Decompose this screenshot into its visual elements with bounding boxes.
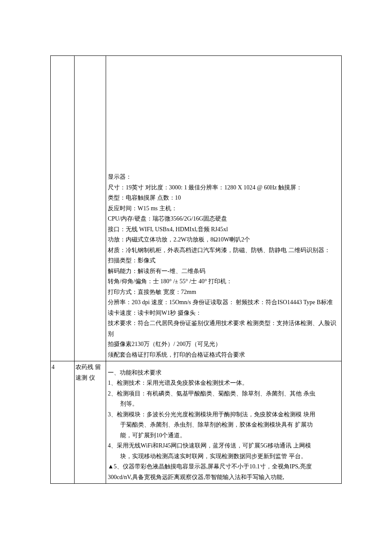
spec-line: 拍摄像素2130万（红外）/ 200万（可见光） [108,339,340,350]
cell-no: 4 [51,361,75,484]
spec-line: 解码能力：解读所有一-维、二维条码 [108,266,340,277]
cell-name: 农药残 留速测 仪 [75,361,106,484]
spec-line: 扫描类型：影像式 [108,256,340,266]
page: 显示器： 尺寸：19英寸 对比度：3000: 1 最佳分辨率：1280 X 10… [0,0,392,555]
cell-no [51,56,75,361]
list-item: 于菊酯类、杀菌剂、杀虫剂、除草剂的检测，胶体金检测模块具有 扩展功 [108,420,340,430]
cell-desc: 显示器： 尺寸：19英寸 对比度：3000: 1 最佳分辨率：1280 X 10… [106,56,342,361]
spec-line: 打印方式：直接热敏 宽度：72mm [108,287,340,298]
spec-line: 接口：无线 WIFI, USBx4, HDMIxl,音频 RJ45xl [108,224,340,235]
list-item: 1、检测技术：采用光谱及免疫胶体金检测技术一体。 [108,378,340,389]
table-row: 显示器： 尺寸：19英寸 对比度：3000: 1 最佳分辨率：1280 X 10… [51,56,342,361]
spec-line: 须配套合格证打印系统，打印的合格证格式符合要求 [108,350,340,360]
list-item: 300cd/nV,具备宽视角远距离观察仪器,带智能输入法和手写输入功能, [108,472,340,483]
list-item: 4、采用无线WiFi和RJ45网口快速联网，蓝牙传送，可扩展5G移动通讯 上网模 [108,441,340,451]
list-item: 能，可扩展到10个通道。 [108,430,340,441]
list-item: 块，实现移动检测高速实时联网，实现检测数据同步更新到监管 平台。 [108,451,340,462]
list-item: ▲5、仪器带彩色液晶触摸电容显示器,屏幕尺寸不小于10.1寸，全视角IPS,亮度 [108,462,340,472]
spec-line: 技术要求：符合二代居民身份证鉴别仪通用技术要求 检测类型：支持活体检测、人脸识别 [108,318,340,339]
spec-line: 转角/仰角/偏角：士 180° /± 55° /士 40° 打印机： [108,276,340,287]
spec-line: 类型：电容触摸屏 点数：10 [108,193,340,203]
table-row: 4 农药残 留速测 仪 一、功能和技术要求 1、检测技术：采用光谱及免疫胶体金检… [51,361,342,484]
cell-desc: 一、功能和技术要求 1、检测技术：采用光谱及免疫胶体金检测技术一体。 2、检测项… [106,361,342,484]
list-item: 剂等。 [108,399,340,410]
spec-table: 显示器： 尺寸：19英寸 对比度：3000: 1 最佳分辨率：1280 X 10… [50,55,342,484]
blank-spacer [107,57,340,172]
spec-block: 一、功能和技术要求 1、检测技术：采用光谱及免疫胶体金检测技术一体。 2、检测项… [107,362,340,482]
list-item: 3、检测模块：多波长分光光度检测模块用于酶抑制法，免疫胶体金检测模 块用 [108,410,340,420]
spec-line: 反应时间：W15 ms 主机： [108,203,340,214]
spec-line: 尺寸：19英寸 对比度：3000: 1 最佳分辨率：1280 X 1024 @ … [108,183,340,193]
list-item: 2、检测项目：有机磷类、氨基甲酸酯类、菊酯类、除草剂、杀菌剂、其他 杀虫 [108,389,340,399]
cell-name [75,56,106,361]
spec-line: 显示器： [108,172,340,183]
spec-line: CPU/内存/硬盘：瑞芯微3566/2G/16G固态硬盘 [108,214,340,224]
section-title: 一、功能和技术要求 [108,368,340,378]
blank-line [108,362,340,368]
spec-line: 材质：冷轧钢制机柜，外表高档进口汽车烤漆，防磁、防锈、防静电 二维码识别器： [108,245,340,256]
spec-line: 分辨率：203 dpi 速度：15Omn/s 身份证读取器： 射频技术：符合IS… [108,297,340,318]
spec-line: 功放：内磁式立体功放，2.2W功放板，8Ω10W喇叭2个 [108,235,340,245]
spec-block: 显示器： 尺寸：19英寸 对比度：3000: 1 最佳分辨率：1280 X 10… [107,172,340,360]
